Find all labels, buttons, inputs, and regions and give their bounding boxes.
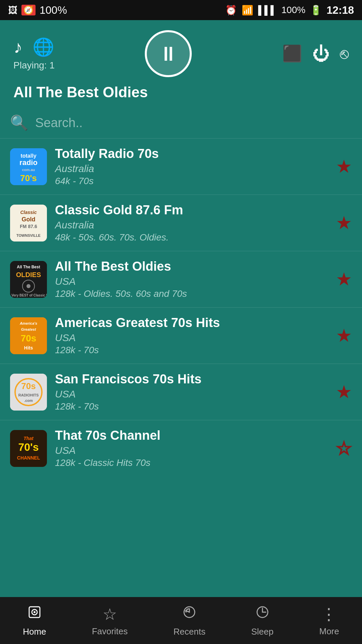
share-button[interactable]: ⎋ (340, 45, 349, 62)
status-right: ⏰ 📶 ▌▌▌ 100% 🔋 12:18 (225, 4, 354, 16)
alarm-icon: ⏰ (225, 5, 237, 16)
station-bitrate-1: 64k - 70s (55, 176, 328, 186)
sleep-icon (254, 604, 270, 624)
svg-text:TOWNSVILLE: TOWNSVILLE (16, 233, 41, 237)
svg-text:70s: 70s (21, 381, 36, 391)
station-logo-4: America's Greatest 70s Hits (10, 317, 47, 354)
playing-label: Playing: 1 (13, 60, 55, 71)
nav-item-more[interactable]: ⋮ More (319, 605, 339, 637)
nav-item-home[interactable]: Home (23, 604, 46, 637)
station-logo-5: 70s RADIOHITS .com (10, 374, 47, 411)
svg-text:totally: totally (20, 153, 36, 159)
station-info-5: San Franciscos 70s Hits USA 128k - 70s (55, 372, 328, 412)
list-item[interactable]: totally radio com.au 70's Totally Radio … (0, 139, 362, 195)
station-country-1: Australia (55, 163, 328, 174)
nav-icon-status: 🧭 (21, 5, 36, 15)
station-bitrate-6: 128k - Classic Hits 70s (55, 458, 328, 468)
list-item[interactable]: 70s RADIOHITS .com San Franciscos 70s Hi… (0, 364, 362, 420)
svg-text:FM 87.6: FM 87.6 (20, 224, 37, 229)
station-logo-6: That 70's CHANNEL (10, 430, 47, 467)
svg-text:radio: radio (19, 158, 38, 167)
svg-text:Hits: Hits (24, 345, 33, 351)
station-logo-1: totally radio com.au 70's (10, 148, 47, 185)
svg-text:70's: 70's (20, 173, 37, 183)
nav-label-more: More (319, 626, 339, 637)
player-controls: ♪ 🌐 Playing: 1 ⏸ ⬛ ⏻ ⎋ (13, 30, 349, 77)
search-icon: 🔍 (10, 114, 28, 131)
favorite-star-6[interactable]: ☆ (336, 438, 352, 459)
home-icon (26, 604, 43, 624)
svg-text:Gold: Gold (22, 216, 36, 223)
station-bitrate-2: 48k - 50s. 60s. 70s. Oldies. (55, 232, 328, 243)
power-button[interactable]: ⏻ (312, 44, 330, 64)
svg-text:70's: 70's (18, 441, 39, 453)
station-logo-2: Classic Gold FM 87.6 TOWNSVILLE (10, 205, 47, 241)
svg-text:CHANNEL: CHANNEL (17, 455, 40, 461)
more-icon: ⋮ (321, 605, 338, 624)
station-logo-3: All The Best OLDIES The Very BEST of Cla… (10, 261, 47, 298)
station-info-1: Totally Radio 70s Australia 64k - 70s (55, 147, 328, 186)
svg-text:America's: America's (19, 321, 37, 325)
status-left: 🖼 🧭 100% (8, 4, 67, 16)
globe-icon[interactable]: 🌐 (33, 37, 54, 57)
station-country-5: USA (55, 388, 328, 400)
svg-text:70s: 70s (21, 333, 37, 343)
station-name-5: San Franciscos 70s Hits (55, 372, 328, 386)
player-area: ♪ 🌐 Playing: 1 ⏸ ⬛ ⏻ ⎋ All The Best Oldi… (0, 20, 362, 107)
svg-point-14 (26, 284, 31, 288)
player-left-icons: ♪ 🌐 (14, 37, 54, 57)
station-bitrate-3: 128k - Oldies. 50s. 60s and 70s (55, 288, 328, 299)
svg-point-32 (34, 611, 36, 613)
svg-text:All The Best: All The Best (17, 265, 40, 269)
list-item[interactable]: Classic Gold FM 87.6 TOWNSVILLE Classic … (0, 195, 362, 251)
bottom-navigation: Home ☆ Favorites Recents Sleep ⋮ More (0, 597, 362, 644)
nav-item-favorites[interactable]: ☆ Favorites (92, 605, 128, 637)
station-info-6: That 70s Channel USA 128k - Classic Hits… (55, 428, 328, 468)
svg-text:Classic: Classic (20, 210, 37, 215)
list-item[interactable]: That 70's CHANNEL That 70s Channel USA 1… (0, 420, 362, 476)
time-display: 12:18 (326, 4, 354, 16)
station-info-4: Americas Greatest 70s Hits USA 128k - 70… (55, 316, 328, 356)
svg-text:Greatest: Greatest (21, 327, 37, 331)
music-note-icon: ♪ (14, 37, 22, 57)
list-item[interactable]: America's Greatest 70s Hits Americas Gre… (0, 308, 362, 364)
station-title: All The Best Oldies (13, 80, 349, 101)
search-input[interactable] (35, 116, 352, 130)
favorites-icon: ☆ (103, 605, 117, 624)
station-name-2: Classic Gold 87.6 Fm (55, 203, 328, 217)
search-container: 🔍 (0, 107, 362, 139)
nav-item-sleep[interactable]: Sleep (251, 604, 274, 637)
photo-icon: 🖼 (8, 5, 17, 16)
station-info-3: All The Best Oldies USA 128k - Oldies. 5… (55, 259, 328, 299)
station-info-2: Classic Gold 87.6 Fm Australia 48k - 50s… (55, 203, 328, 243)
station-name-6: That 70s Channel (55, 428, 328, 443)
wifi-icon: 📶 (242, 5, 253, 16)
favorite-star-2[interactable]: ★ (336, 212, 352, 233)
stop-button[interactable]: ⬛ (282, 44, 302, 63)
favorite-star-3[interactable]: ★ (336, 269, 352, 290)
station-country-3: USA (55, 276, 328, 287)
station-name-1: Totally Radio 70s (55, 147, 328, 161)
svg-text:The Very BEST of Classic Hits: The Very BEST of Classic Hits (10, 293, 47, 297)
station-name-4: Americas Greatest 70s Hits (55, 316, 328, 330)
station-bitrate-5: 128k - 70s (55, 401, 328, 412)
recents-icon (181, 604, 197, 624)
station-bitrate-4: 128k - 70s (55, 345, 328, 356)
station-country-6: USA (55, 445, 328, 456)
player-left: ♪ 🌐 Playing: 1 (13, 37, 55, 71)
battery-icon: 🔋 (310, 5, 322, 16)
station-country-4: USA (55, 332, 328, 343)
nav-label-sleep: Sleep (251, 627, 274, 637)
pause-button[interactable]: ⏸ (145, 30, 192, 77)
favorite-star-1[interactable]: ★ (336, 156, 352, 177)
favorite-star-4[interactable]: ★ (336, 325, 352, 346)
list-item[interactable]: All The Best OLDIES The Very BEST of Cla… (0, 251, 362, 308)
battery-percent: 100% (282, 5, 306, 15)
nav-item-recents[interactable]: Recents (174, 604, 205, 637)
radio-list: totally radio com.au 70's Totally Radio … (0, 139, 362, 615)
favorite-star-5[interactable]: ★ (336, 381, 352, 402)
player-right-controls: ⬛ ⏻ ⎋ (282, 44, 349, 64)
svg-text:That: That (23, 436, 34, 441)
svg-text:RADIOHITS: RADIOHITS (18, 393, 39, 397)
pause-icon: ⏸ (158, 42, 178, 65)
